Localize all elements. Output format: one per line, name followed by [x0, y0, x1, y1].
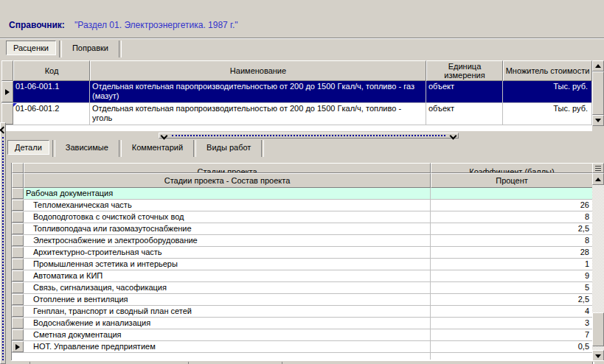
details-grid-scrollbar: [592, 163, 604, 362]
cell-stage[interactable]: Промышленная эстетика и интерьеры: [24, 259, 431, 270]
header-indicator-cell: [12, 173, 24, 188]
row-indicator[interactable]: [12, 223, 24, 234]
cell-percent[interactable]: 0,5: [431, 341, 592, 352]
cell-stage[interactable]: Водоснабжение и канализация: [24, 318, 431, 329]
cell-percent[interactable]: 28: [431, 247, 592, 258]
grip-icon: [595, 166, 601, 171]
cell-stage[interactable]: Водоподготовка с очисткой сточных вод: [24, 211, 431, 223]
row-indicator[interactable]: [12, 294, 24, 305]
cell-stage[interactable]: Архитектурно-строительная часть: [24, 247, 431, 258]
cell-stage[interactable]: Связь, сигнализация, часофикация: [24, 282, 431, 293]
table-row[interactable]: Водоподготовка с очисткой сточных вод 8: [12, 211, 592, 223]
table-row[interactable]: 01-06-001.2 Отдельная котельная паропрои…: [1, 103, 592, 125]
scroll-down-icon: [595, 119, 601, 122]
scroll-up-button[interactable]: [592, 173, 604, 185]
scrollbar-thumb[interactable]: [592, 71, 604, 115]
table-row[interactable]: Архитектурно-строительная часть 28: [12, 247, 592, 259]
row-indicator[interactable]: [12, 318, 24, 329]
cell-percent[interactable]: 8: [431, 235, 592, 246]
table-row[interactable]: Генплан, транспорт и сводный план сетей …: [12, 306, 592, 318]
row-indicator[interactable]: [1, 81, 13, 102]
cell-percent[interactable]: 3: [431, 318, 592, 329]
cell-percent[interactable]: 2,5: [431, 223, 592, 234]
reference-label: Справочник:: [9, 20, 65, 30]
row-indicator[interactable]: [12, 211, 24, 223]
cell-percent[interactable]: 9: [431, 270, 592, 281]
table-row[interactable]: Водоснабжение и канализация 3: [12, 318, 592, 329]
row-indicator[interactable]: [12, 306, 24, 317]
cell-percent[interactable]: 4: [431, 306, 592, 317]
row-indicator[interactable]: [12, 341, 24, 352]
rates-grid-scrollbar: [592, 60, 604, 126]
table-row[interactable]: Рабочая документация: [12, 188, 592, 200]
row-indicator[interactable]: [12, 247, 24, 258]
cell-multiplier[interactable]: Тыс. руб.: [503, 103, 592, 125]
scroll-down-button[interactable]: [592, 115, 604, 126]
header-indicator-cell: [1, 60, 13, 81]
scroll-up-button[interactable]: [592, 60, 604, 71]
details-grid-body: Рабочая документация Тепломеханическая ч…: [12, 188, 592, 353]
tabbar-rates: Расценки Поправки: [6, 41, 123, 60]
column-line: [430, 353, 431, 360]
cell-stage[interactable]: Рабочая документация: [24, 188, 431, 199]
row-indicator[interactable]: [12, 329, 24, 340]
cell-percent[interactable]: 5: [431, 282, 592, 293]
tab-item[interactable]: Виды работ: [198, 140, 260, 155]
cell-stage[interactable]: Автоматика и КИП: [24, 270, 431, 281]
row-indicator[interactable]: [12, 235, 24, 246]
tab-item[interactable]: Детали: [7, 140, 49, 155]
tab-separator: [52, 140, 55, 157]
cell-stage[interactable]: Электроснабжение и электрооборудование: [24, 235, 431, 246]
rates-grid-header: Код Наименование Единица измерения Множи…: [1, 60, 592, 81]
cell-multiplier[interactable]: Тыс. руб.: [503, 81, 592, 102]
cell-code[interactable]: 01-06-001.2: [13, 103, 90, 125]
cell-percent[interactable]: [431, 188, 592, 199]
tab-item[interactable]: Зависимые: [57, 140, 117, 155]
tab-label: Зависимые: [66, 143, 108, 152]
table-row[interactable]: 01-06-001.1 Отдельная котельная паропрои…: [1, 81, 592, 103]
cell-name[interactable]: Отдельная котельная паропроизводительнос…: [90, 103, 426, 125]
tab-separator: [59, 41, 62, 57]
table-row[interactable]: Промышленная эстетика и интерьеры 1: [12, 259, 592, 270]
table-row[interactable]: Отопление и вентиляция 2,5: [12, 294, 592, 306]
table-row[interactable]: Автоматика и КИП 9: [12, 270, 592, 282]
cell-unit[interactable]: объект: [426, 81, 503, 102]
tab-item[interactable]: Расценки: [6, 41, 56, 55]
cell-stage[interactable]: Топливоподача или газомазутоснабжение: [24, 223, 431, 234]
cell-percent[interactable]: 26: [431, 200, 592, 211]
tab-item[interactable]: Комментарий: [123, 140, 192, 155]
cell-percent[interactable]: 1: [431, 259, 592, 270]
cell-code[interactable]: 01-06-001.1: [13, 81, 90, 102]
row-indicator[interactable]: [12, 270, 24, 281]
cell-stage[interactable]: Генплан, транспорт и сводный план сетей: [24, 306, 431, 317]
tab-item[interactable]: Поправки: [63, 41, 117, 55]
cell-percent[interactable]: 7: [431, 329, 592, 340]
row-indicator[interactable]: [12, 282, 24, 293]
scrollbar-thumb[interactable]: [592, 312, 604, 346]
current-row-icon: [5, 89, 10, 95]
cell-stage[interactable]: НОТ. Управление предприятием: [24, 341, 431, 352]
cell-name[interactable]: Отдельная котельная паропроизводительнос…: [90, 81, 426, 102]
cell-stage[interactable]: Отопление и вентиляция: [24, 294, 431, 305]
table-row[interactable]: Электроснабжение и электрооборудование 8: [12, 235, 592, 247]
cell-unit[interactable]: объект: [426, 103, 503, 125]
cell-percent[interactable]: 8: [431, 211, 592, 223]
column-header-percent: Процент: [431, 173, 592, 188]
row-indicator[interactable]: [12, 259, 24, 270]
collapse-down-icon: [450, 132, 457, 139]
cell-percent[interactable]: 2,5: [431, 294, 592, 305]
row-indicator[interactable]: [12, 200, 24, 211]
vertical-splitter[interactable]: [0, 122, 6, 364]
row-indicator[interactable]: [12, 188, 24, 199]
horizontal-splitter[interactable]: [159, 133, 459, 139]
scrollbar-grip[interactable]: [592, 163, 604, 173]
table-row[interactable]: НОТ. Управление предприятием 0,5: [12, 341, 592, 353]
row-indicator[interactable]: [1, 103, 13, 125]
splitter-dots: [2, 137, 4, 360]
table-row[interactable]: Тепломеханическая часть 26: [12, 200, 592, 211]
table-row[interactable]: Топливоподача или газомазутоснабжение 2,…: [12, 223, 592, 235]
cell-stage[interactable]: Сметная документация: [24, 329, 431, 340]
cell-stage[interactable]: Тепломеханическая часть: [24, 200, 431, 211]
table-row[interactable]: Сметная документация 7: [12, 329, 592, 341]
table-row[interactable]: Связь, сигнализация, часофикация 5: [12, 282, 592, 294]
